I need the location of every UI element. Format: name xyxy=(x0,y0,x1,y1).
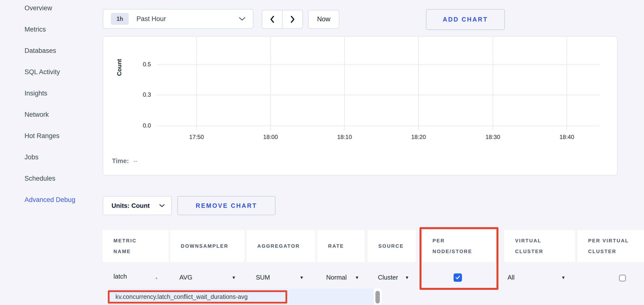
custom-chart-debug-page: Overview Metrics Databases SQL Activity … xyxy=(0,0,644,305)
x-tick-label: 18:10 xyxy=(328,134,362,140)
now-button[interactable]: Now xyxy=(308,10,340,29)
prev-time-window-button[interactable] xyxy=(262,10,282,29)
gridline xyxy=(270,37,271,130)
rate-caret-icon[interactable]: ▼ xyxy=(355,275,359,280)
downsampler-select[interactable]: AVG xyxy=(180,274,192,281)
rate-select[interactable]: Normal xyxy=(326,274,347,281)
gridline xyxy=(196,37,197,130)
sidebar-item-databases[interactable]: Databases xyxy=(24,47,56,55)
y-tick-label: 0.5 xyxy=(128,61,151,68)
source-select[interactable]: Cluster xyxy=(378,274,398,281)
source-caret-icon[interactable]: ▼ xyxy=(405,275,409,280)
sidebar-item-overview[interactable]: Overview xyxy=(24,4,52,12)
column-header-metric-name: METRIC NAME xyxy=(103,230,168,262)
units-select-label: Units: Count xyxy=(112,202,150,210)
y-tick-label: 0.3 xyxy=(128,91,151,98)
chevron-down-icon xyxy=(159,204,165,208)
sidebar-item-jobs[interactable]: Jobs xyxy=(24,153,38,161)
sidebar-item-hot-ranges[interactable]: Hot Ranges xyxy=(24,132,60,140)
remove-chart-button[interactable]: REMOVE CHART xyxy=(178,196,276,215)
column-header-source: SOURCE xyxy=(368,230,416,262)
downsampler-caret-icon[interactable]: ▼ xyxy=(232,275,236,280)
aggregator-select[interactable]: SUM xyxy=(256,274,270,281)
sidebar-item-metrics[interactable]: Metrics xyxy=(24,26,46,33)
sidebar-item-sql-activity[interactable]: SQL Activity xyxy=(24,68,60,76)
time-range-select[interactable]: 1h Past Hour xyxy=(103,9,254,29)
units-select[interactable]: Units: Count xyxy=(103,196,172,215)
metric-suggestions-dropdown: kv.concurrency.latch_conflict_wait_durat… xyxy=(108,288,382,305)
gridline xyxy=(344,37,345,130)
gridline xyxy=(156,64,600,65)
column-header-aggregator: AGGREGATOR xyxy=(246,230,316,262)
time-readout-value: -- xyxy=(133,157,138,165)
chevron-down-icon xyxy=(239,17,246,21)
aggregator-caret-icon[interactable]: ▼ xyxy=(300,275,304,280)
gridline xyxy=(156,95,600,95)
time-range-badge: 1h xyxy=(111,13,129,25)
hover-time-readout: Time:-- xyxy=(112,157,138,165)
virtual-cluster-select[interactable]: All xyxy=(508,274,514,281)
x-tick-label: 18:40 xyxy=(550,134,584,140)
per-virtual-cluster-checkbox[interactable] xyxy=(619,275,626,282)
y-tick-label: 0.0 xyxy=(128,122,151,129)
column-header-rate: RATE xyxy=(317,230,365,262)
x-tick-label: 18:30 xyxy=(476,134,510,140)
sidebar-item-insights[interactable]: Insights xyxy=(24,90,47,97)
per-node-store-checkbox[interactable] xyxy=(454,274,462,282)
chevron-left-icon xyxy=(269,15,276,23)
metric-dropdown-open-icon[interactable]: ▲ xyxy=(155,276,158,280)
metric-suggestion-item[interactable]: kv.concurrency.latch_conflict_wait_durat… xyxy=(116,288,248,305)
sidebar-item-advanced-debug[interactable]: Advanced Debug xyxy=(24,196,75,204)
custom-chart-card: Count 0.5 0.3 0.0 17:50 18:00 18:10 18:2… xyxy=(103,36,618,176)
gridline xyxy=(566,37,567,130)
column-header-virtual-cluster: VIRTUAL CLUSTER xyxy=(504,230,575,262)
column-header-per-node-store: PER NODE/STORE xyxy=(422,230,496,262)
time-range-label: Past Hour xyxy=(136,15,166,23)
time-window-arrows xyxy=(262,10,303,29)
sidebar-item-schedules[interactable]: Schedules xyxy=(24,175,56,182)
gridline xyxy=(492,37,493,130)
dropdown-scrollbar[interactable] xyxy=(374,288,382,305)
virtual-cluster-caret-icon[interactable]: ▼ xyxy=(561,275,566,280)
dropdown-scrollbar-thumb[interactable] xyxy=(376,291,380,304)
time-readout-caption: Time: xyxy=(112,157,129,165)
column-header-per-virtual-cluster: PER VIRTUAL CLUSTER xyxy=(577,230,644,262)
x-tick-label: 18:20 xyxy=(402,134,436,140)
x-tick-label: 17:50 xyxy=(180,134,214,140)
y-axis-label: Count xyxy=(116,50,124,84)
next-time-window-button[interactable] xyxy=(282,10,303,29)
sidebar-item-network[interactable]: Network xyxy=(24,111,49,118)
gridline xyxy=(418,37,419,130)
chevron-right-icon xyxy=(290,15,296,23)
column-header-downsampler: DOWNSAMPLER xyxy=(170,230,244,262)
add-chart-button[interactable]: ADD CHART xyxy=(426,9,505,30)
gridline xyxy=(156,126,600,126)
metric-name-input[interactable] xyxy=(114,273,153,280)
x-tick-label: 18:00 xyxy=(254,134,288,140)
